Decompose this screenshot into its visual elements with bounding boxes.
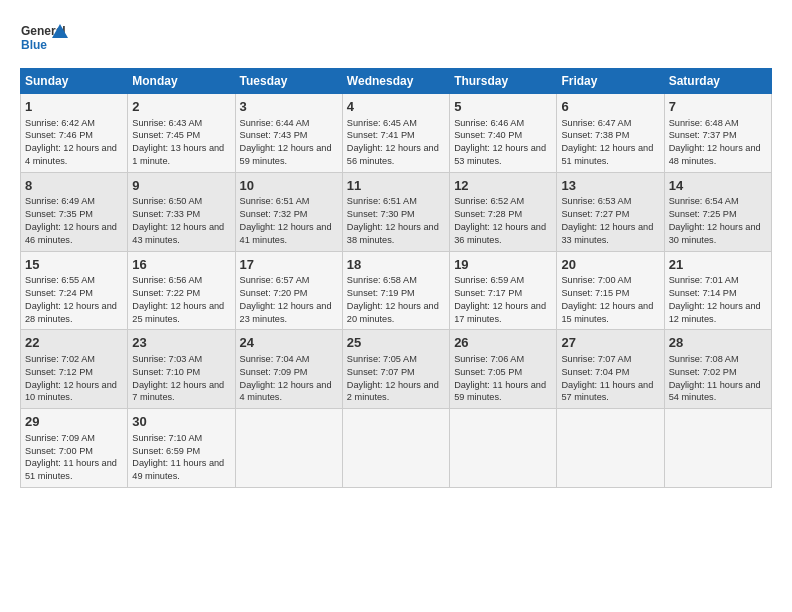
day-number: 14: [669, 177, 767, 195]
week-row-5: 29Sunrise: 7:09 AMSunset: 7:00 PMDayligh…: [21, 409, 772, 488]
day-cell: [664, 409, 771, 488]
day-number: 19: [454, 256, 552, 274]
day-cell: 1Sunrise: 6:42 AMSunset: 7:46 PMDaylight…: [21, 94, 128, 173]
day-cell: 22Sunrise: 7:02 AMSunset: 7:12 PMDayligh…: [21, 330, 128, 409]
cell-info: Sunrise: 6:53 AMSunset: 7:27 PMDaylight:…: [561, 196, 653, 244]
day-cell: [450, 409, 557, 488]
cell-info: Sunrise: 7:07 AMSunset: 7:04 PMDaylight:…: [561, 354, 653, 402]
day-cell: 12Sunrise: 6:52 AMSunset: 7:28 PMDayligh…: [450, 172, 557, 251]
cell-info: Sunrise: 6:58 AMSunset: 7:19 PMDaylight:…: [347, 275, 439, 323]
cell-info: Sunrise: 7:01 AMSunset: 7:14 PMDaylight:…: [669, 275, 761, 323]
day-number: 29: [25, 413, 123, 431]
cell-info: Sunrise: 7:00 AMSunset: 7:15 PMDaylight:…: [561, 275, 653, 323]
cell-info: Sunrise: 6:54 AMSunset: 7:25 PMDaylight:…: [669, 196, 761, 244]
day-number: 2: [132, 98, 230, 116]
day-cell: 30Sunrise: 7:10 AMSunset: 6:59 PMDayligh…: [128, 409, 235, 488]
day-cell: 10Sunrise: 6:51 AMSunset: 7:32 PMDayligh…: [235, 172, 342, 251]
svg-text:Blue: Blue: [21, 38, 47, 52]
day-number: 20: [561, 256, 659, 274]
cell-info: Sunrise: 6:59 AMSunset: 7:17 PMDaylight:…: [454, 275, 546, 323]
day-number: 12: [454, 177, 552, 195]
page: General Blue SundayMondayTuesdayWednesda…: [0, 0, 792, 612]
cell-info: Sunrise: 6:44 AMSunset: 7:43 PMDaylight:…: [240, 118, 332, 166]
day-number: 27: [561, 334, 659, 352]
day-cell: 20Sunrise: 7:00 AMSunset: 7:15 PMDayligh…: [557, 251, 664, 330]
cell-info: Sunrise: 7:02 AMSunset: 7:12 PMDaylight:…: [25, 354, 117, 402]
calendar-table: SundayMondayTuesdayWednesdayThursdayFrid…: [20, 68, 772, 488]
cell-info: Sunrise: 6:48 AMSunset: 7:37 PMDaylight:…: [669, 118, 761, 166]
day-cell: 11Sunrise: 6:51 AMSunset: 7:30 PMDayligh…: [342, 172, 449, 251]
day-number: 9: [132, 177, 230, 195]
day-cell: 13Sunrise: 6:53 AMSunset: 7:27 PMDayligh…: [557, 172, 664, 251]
day-cell: 23Sunrise: 7:03 AMSunset: 7:10 PMDayligh…: [128, 330, 235, 409]
day-cell: 14Sunrise: 6:54 AMSunset: 7:25 PMDayligh…: [664, 172, 771, 251]
day-cell: 7Sunrise: 6:48 AMSunset: 7:37 PMDaylight…: [664, 94, 771, 173]
day-number: 7: [669, 98, 767, 116]
day-number: 8: [25, 177, 123, 195]
day-cell: 24Sunrise: 7:04 AMSunset: 7:09 PMDayligh…: [235, 330, 342, 409]
cell-info: Sunrise: 6:50 AMSunset: 7:33 PMDaylight:…: [132, 196, 224, 244]
day-number: 16: [132, 256, 230, 274]
day-cell: 9Sunrise: 6:50 AMSunset: 7:33 PMDaylight…: [128, 172, 235, 251]
cell-info: Sunrise: 6:56 AMSunset: 7:22 PMDaylight:…: [132, 275, 224, 323]
day-cell: 17Sunrise: 6:57 AMSunset: 7:20 PMDayligh…: [235, 251, 342, 330]
col-header-tuesday: Tuesday: [235, 69, 342, 94]
day-number: 22: [25, 334, 123, 352]
day-cell: 15Sunrise: 6:55 AMSunset: 7:24 PMDayligh…: [21, 251, 128, 330]
day-cell: 28Sunrise: 7:08 AMSunset: 7:02 PMDayligh…: [664, 330, 771, 409]
day-number: 24: [240, 334, 338, 352]
day-cell: [342, 409, 449, 488]
day-cell: 26Sunrise: 7:06 AMSunset: 7:05 PMDayligh…: [450, 330, 557, 409]
day-number: 3: [240, 98, 338, 116]
cell-info: Sunrise: 6:55 AMSunset: 7:24 PMDaylight:…: [25, 275, 117, 323]
day-cell: [235, 409, 342, 488]
week-row-2: 8Sunrise: 6:49 AMSunset: 7:35 PMDaylight…: [21, 172, 772, 251]
cell-info: Sunrise: 7:04 AMSunset: 7:09 PMDaylight:…: [240, 354, 332, 402]
cell-info: Sunrise: 6:43 AMSunset: 7:45 PMDaylight:…: [132, 118, 224, 166]
day-cell: 2Sunrise: 6:43 AMSunset: 7:45 PMDaylight…: [128, 94, 235, 173]
day-number: 5: [454, 98, 552, 116]
cell-info: Sunrise: 6:52 AMSunset: 7:28 PMDaylight:…: [454, 196, 546, 244]
cell-info: Sunrise: 7:03 AMSunset: 7:10 PMDaylight:…: [132, 354, 224, 402]
day-number: 6: [561, 98, 659, 116]
cell-info: Sunrise: 7:09 AMSunset: 7:00 PMDaylight:…: [25, 433, 117, 481]
cell-info: Sunrise: 6:46 AMSunset: 7:40 PMDaylight:…: [454, 118, 546, 166]
cell-info: Sunrise: 7:05 AMSunset: 7:07 PMDaylight:…: [347, 354, 439, 402]
cell-info: Sunrise: 6:57 AMSunset: 7:20 PMDaylight:…: [240, 275, 332, 323]
day-number: 10: [240, 177, 338, 195]
day-number: 25: [347, 334, 445, 352]
cell-info: Sunrise: 6:51 AMSunset: 7:32 PMDaylight:…: [240, 196, 332, 244]
week-row-1: 1Sunrise: 6:42 AMSunset: 7:46 PMDaylight…: [21, 94, 772, 173]
day-cell: 6Sunrise: 6:47 AMSunset: 7:38 PMDaylight…: [557, 94, 664, 173]
week-row-4: 22Sunrise: 7:02 AMSunset: 7:12 PMDayligh…: [21, 330, 772, 409]
col-header-thursday: Thursday: [450, 69, 557, 94]
cell-info: Sunrise: 6:51 AMSunset: 7:30 PMDaylight:…: [347, 196, 439, 244]
day-cell: [557, 409, 664, 488]
week-row-3: 15Sunrise: 6:55 AMSunset: 7:24 PMDayligh…: [21, 251, 772, 330]
header: General Blue: [20, 18, 772, 58]
day-number: 13: [561, 177, 659, 195]
day-cell: 4Sunrise: 6:45 AMSunset: 7:41 PMDaylight…: [342, 94, 449, 173]
col-header-sunday: Sunday: [21, 69, 128, 94]
cell-info: Sunrise: 7:10 AMSunset: 6:59 PMDaylight:…: [132, 433, 224, 481]
day-cell: 25Sunrise: 7:05 AMSunset: 7:07 PMDayligh…: [342, 330, 449, 409]
day-cell: 3Sunrise: 6:44 AMSunset: 7:43 PMDaylight…: [235, 94, 342, 173]
day-number: 30: [132, 413, 230, 431]
header-row: SundayMondayTuesdayWednesdayThursdayFrid…: [21, 69, 772, 94]
day-cell: 5Sunrise: 6:46 AMSunset: 7:40 PMDaylight…: [450, 94, 557, 173]
day-cell: 19Sunrise: 6:59 AMSunset: 7:17 PMDayligh…: [450, 251, 557, 330]
day-cell: 27Sunrise: 7:07 AMSunset: 7:04 PMDayligh…: [557, 330, 664, 409]
day-number: 23: [132, 334, 230, 352]
cell-info: Sunrise: 6:47 AMSunset: 7:38 PMDaylight:…: [561, 118, 653, 166]
day-number: 4: [347, 98, 445, 116]
day-number: 28: [669, 334, 767, 352]
col-header-friday: Friday: [557, 69, 664, 94]
cell-info: Sunrise: 7:06 AMSunset: 7:05 PMDaylight:…: [454, 354, 546, 402]
logo: General Blue: [20, 18, 70, 58]
col-header-monday: Monday: [128, 69, 235, 94]
day-number: 1: [25, 98, 123, 116]
day-number: 15: [25, 256, 123, 274]
col-header-saturday: Saturday: [664, 69, 771, 94]
day-number: 26: [454, 334, 552, 352]
day-cell: 16Sunrise: 6:56 AMSunset: 7:22 PMDayligh…: [128, 251, 235, 330]
